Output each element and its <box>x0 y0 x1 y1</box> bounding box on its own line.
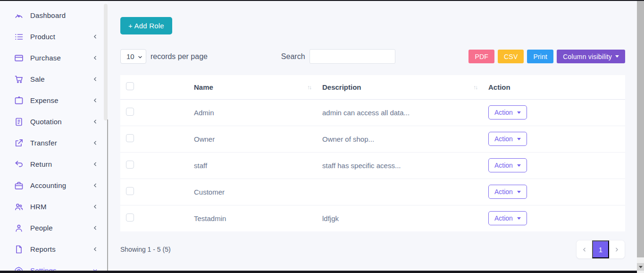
chevron-left-icon <box>92 204 98 210</box>
add-role-button[interactable]: + Add Role <box>120 17 172 34</box>
scrollbar-thumb[interactable] <box>637 1 644 257</box>
chevron-left-icon <box>92 140 98 146</box>
row-action-button[interactable]: Action <box>488 132 527 146</box>
sidebar-item-label: HRM <box>30 203 92 211</box>
column-header-description[interactable]: Description↑↓ <box>316 75 482 99</box>
records-per-page: 10 records per page <box>120 49 208 64</box>
chevron-left-icon <box>92 76 98 82</box>
role-name-cell: Testadmin <box>187 205 316 231</box>
showing-records-text: Showing 1 - 5 (5) <box>120 246 171 253</box>
pdf-export-button[interactable]: PDF <box>468 50 494 63</box>
sidebar-divider <box>107 119 108 271</box>
sidebar-scrollbar-thumb[interactable] <box>104 4 108 120</box>
users-group-icon <box>14 202 24 212</box>
sidebar-item-dashboard[interactable]: Dashboard <box>0 5 108 26</box>
sidebar-item-label: Quotation <box>30 118 92 126</box>
export-buttons: PDF CSV Print Column visibility <box>468 50 625 63</box>
csv-export-button[interactable]: CSV <box>498 50 524 63</box>
role-description-cell: admin can access all data... <box>316 99 482 126</box>
role-description-cell: ldfjgk <box>316 205 482 231</box>
select-all-checkbox[interactable] <box>126 82 134 90</box>
row-action-button[interactable]: Action <box>488 185 527 199</box>
sidebar-item-label: Return <box>30 160 92 168</box>
wallet-icon <box>14 95 24 105</box>
sidebar-item-label: People <box>30 224 92 232</box>
sidebar-item-label: Accounting <box>30 181 92 189</box>
arrow-down-icon <box>639 266 643 268</box>
sidebar-item-transfer[interactable]: Transfer <box>0 132 108 154</box>
chevron-down-icon <box>92 267 98 271</box>
row-checkbox[interactable] <box>126 161 134 169</box>
scrollbar-down-button[interactable] <box>637 263 644 271</box>
pagination-prev-button[interactable] <box>577 240 592 258</box>
main-content: + Add Role 10 records per page Search PD… <box>108 1 637 271</box>
chevron-left-icon <box>92 34 98 40</box>
pagination: 1 <box>576 240 625 259</box>
caret-down-icon <box>517 111 521 114</box>
caret-down-icon <box>517 138 521 140</box>
sidebar-item-people[interactable]: People <box>0 217 108 239</box>
table-header-row: Name↑↓ Description↑↓ Action <box>120 75 625 99</box>
sidebar-item-hrm[interactable]: HRM <box>0 196 108 217</box>
sidebar: Dashboard Product Purchase Sale Expense <box>0 1 108 271</box>
row-checkbox[interactable] <box>126 213 134 222</box>
role-name-cell: Customer <box>187 179 316 205</box>
chevron-left-icon <box>92 225 98 231</box>
quotation-document-icon <box>14 117 24 127</box>
roles-table: Name↑↓ Description↑↓ Action Admin admin … <box>120 75 625 231</box>
sidebar-item-return[interactable]: Return <box>0 154 108 175</box>
sidebar-item-expense[interactable]: Expense <box>0 90 108 111</box>
sidebar-item-quotation[interactable]: Quotation <box>0 111 108 132</box>
sidebar-item-label: Settings <box>30 266 92 271</box>
role-name-cell: Owner <box>187 126 316 152</box>
row-checkbox[interactable] <box>126 187 134 195</box>
person-icon <box>14 223 24 233</box>
sidebar-item-settings[interactable]: Settings <box>0 260 108 271</box>
sidebar-item-purchase[interactable]: Purchase <box>0 47 108 68</box>
row-checkbox[interactable] <box>126 134 134 142</box>
sidebar-item-product[interactable]: Product <box>0 26 108 47</box>
dashboard-gauge-icon <box>14 10 24 20</box>
vertical-scrollbar[interactable] <box>637 1 644 273</box>
window-top-edge <box>0 0 644 1</box>
row-action-button[interactable]: Action <box>488 105 527 119</box>
transfer-share-icon <box>14 138 24 148</box>
return-undo-icon <box>14 159 24 169</box>
chevron-left-icon <box>92 246 98 252</box>
chevron-left-icon <box>92 182 98 188</box>
print-button[interactable]: Print <box>527 50 553 63</box>
sidebar-item-reports[interactable]: Reports <box>0 239 108 260</box>
sort-icon[interactable]: ↑↓ <box>307 84 311 91</box>
role-name-cell: Admin <box>187 99 316 126</box>
row-action-button[interactable]: Action <box>488 211 527 225</box>
column-header-name[interactable]: Name↑↓ <box>187 75 316 99</box>
row-checkbox[interactable] <box>126 108 134 116</box>
caret-down-icon <box>517 217 521 220</box>
column-visibility-label: Column visibility <box>563 53 612 60</box>
pagination-next-button[interactable] <box>609 240 625 258</box>
sidebar-item-sale[interactable]: Sale <box>0 68 108 90</box>
sidebar-item-label: Expense <box>30 96 92 104</box>
sidebar-item-label: Dashboard <box>30 11 98 19</box>
sidebar-item-label: Product <box>30 33 92 41</box>
shopping-cart-icon <box>14 74 24 84</box>
table-controls: 10 records per page Search PDF CSV Print… <box>120 49 625 64</box>
sidebar-item-label: Purchase <box>30 54 92 62</box>
chevron-left-icon <box>92 97 98 103</box>
column-visibility-button[interactable]: Column visibility <box>557 50 625 63</box>
role-name-cell: staff <box>187 152 316 179</box>
row-action-button[interactable]: Action <box>488 158 527 172</box>
records-per-page-select[interactable]: 10 <box>120 49 146 64</box>
table-row: Testadmin ldfjgk Action <box>120 205 625 231</box>
pagination-page-1[interactable]: 1 <box>592 240 609 258</box>
sidebar-item-label: Reports <box>30 245 92 253</box>
sidebar-item-accounting[interactable]: Accounting <box>0 175 108 196</box>
chevron-left-icon <box>92 119 98 125</box>
records-per-page-label: records per page <box>151 52 208 61</box>
sort-icon[interactable]: ↑↓ <box>473 84 477 91</box>
table-footer: Showing 1 - 5 (5) 1 <box>120 240 625 259</box>
sidebar-item-label: Transfer <box>30 139 92 147</box>
search-input[interactable] <box>309 49 395 64</box>
role-description-cell: Owner of shop... <box>316 126 482 152</box>
caret-down-icon <box>615 55 619 58</box>
